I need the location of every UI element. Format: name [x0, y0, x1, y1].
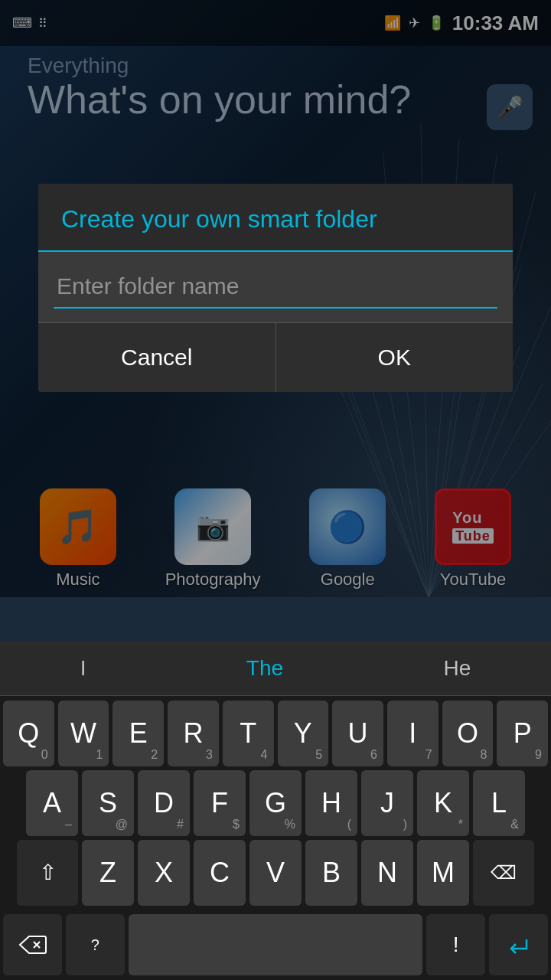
key-I[interactable]: I7 — [387, 701, 439, 766]
key-W[interactable]: W1 — [58, 701, 109, 766]
key-B[interactable]: B — [305, 840, 357, 906]
suggestion-I[interactable]: I — [57, 656, 109, 681]
dialog-title: Create your own smart folder — [61, 205, 490, 234]
key-O[interactable]: O8 — [442, 701, 494, 766]
key-M[interactable]: M — [417, 840, 469, 906]
key-E[interactable]: E2 — [112, 701, 164, 766]
shift-key[interactable]: ⇧ — [17, 840, 78, 906]
suggestion-He[interactable]: He — [421, 656, 494, 681]
keyboard-suggestions: I The He — [0, 641, 551, 696]
sym-key[interactable]: ? — [66, 914, 125, 975]
keyboard-row-2: A– S@ D# F$ G% H( J) K* L& — [3, 770, 548, 836]
dialog-buttons: Cancel OK — [38, 322, 513, 392]
key-Z[interactable]: Z — [82, 840, 134, 906]
key-U[interactable]: U6 — [332, 701, 383, 766]
keyboard-row-1: Q0 W1 E2 R3 T4 Y5 U6 I7 O8 P9 — [3, 701, 548, 766]
create-folder-dialog: Create your own smart folder Cancel OK — [38, 184, 513, 392]
key-G[interactable]: G% — [249, 770, 302, 836]
key-Y[interactable]: Y5 — [278, 701, 329, 766]
key-T[interactable]: T4 — [223, 701, 274, 766]
key-A[interactable]: A– — [26, 770, 78, 836]
keyboard-key-rows: Q0 W1 E2 R3 T4 Y5 U6 I7 O8 P9 A– S@ D# F… — [0, 696, 551, 914]
key-C[interactable]: C — [194, 840, 246, 906]
suggestion-The[interactable]: The — [223, 656, 306, 681]
dialog-input-area — [38, 252, 513, 309]
key-P[interactable]: P9 — [497, 701, 548, 766]
cancel-button[interactable]: Cancel — [38, 323, 276, 392]
key-K[interactable]: K* — [417, 770, 469, 836]
key-X[interactable]: X — [138, 840, 190, 906]
key-H[interactable]: H( — [305, 770, 357, 836]
enter-key[interactable] — [489, 914, 548, 975]
key-J[interactable]: J) — [361, 770, 413, 836]
exclaim-key[interactable]: ! — [426, 914, 485, 975]
key-S[interactable]: S@ — [82, 770, 134, 836]
key-Q[interactable]: Q0 — [3, 701, 54, 766]
delete-key[interactable]: ⌫ — [473, 840, 534, 906]
key-R[interactable]: R3 — [168, 701, 219, 766]
folder-name-input[interactable] — [54, 266, 497, 309]
key-N[interactable]: N — [361, 840, 413, 906]
space-key[interactable]: · — [129, 914, 422, 975]
dialog-title-bar: Create your own smart folder — [38, 184, 513, 252]
key-F[interactable]: F$ — [194, 770, 246, 836]
key-D[interactable]: D# — [138, 770, 190, 836]
keyboard-row-3: ⇧ Z X C V B N M ⌫ — [3, 840, 548, 906]
keyboard-bottom-row: ? · ! — [0, 914, 551, 980]
keyboard: I The He Q0 W1 E2 R3 T4 Y5 U6 I7 O8 P9 A… — [0, 641, 551, 980]
ok-button[interactable]: OK — [276, 323, 514, 392]
key-L[interactable]: L& — [473, 770, 525, 836]
delete-word-key[interactable] — [3, 914, 62, 975]
key-V[interactable]: V — [249, 840, 302, 906]
